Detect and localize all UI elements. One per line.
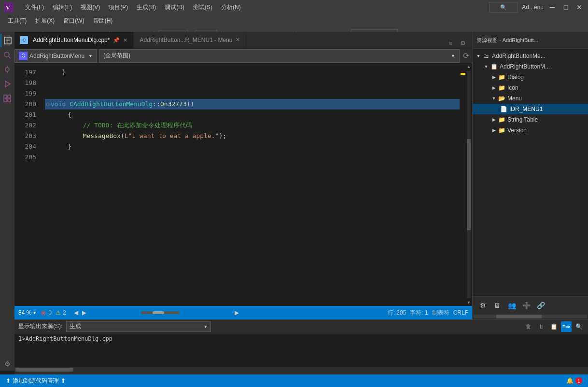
output-clear-button[interactable]: 🗑 xyxy=(523,321,534,332)
pin-icon[interactable]: 📌 xyxy=(112,36,120,44)
code-editor[interactable]: 197 198 199 200 201 202 203 204 205 } xyxy=(14,63,472,306)
tab-cpp-file[interactable]: C AddRightButtonMenuDlg.cpp* 📌 ✕ xyxy=(14,32,134,48)
se-link-button[interactable]: 🔗 xyxy=(534,299,547,312)
sidebar-explorer-icon[interactable] xyxy=(0,34,14,47)
restore-button[interactable]: □ xyxy=(561,2,571,12)
menu-help[interactable]: 帮助(H) xyxy=(89,16,117,26)
scroll-track[interactable] xyxy=(467,71,471,298)
scroll-pos xyxy=(153,311,164,314)
tab-cpp-close[interactable]: ✕ xyxy=(123,37,127,43)
tree-string-label: String Table xyxy=(507,116,538,123)
menu-file[interactable]: 文件(F) xyxy=(21,2,48,13)
tab-menu[interactable]: AddRightButton...R_MENU1 - Menu ✕ xyxy=(134,32,246,48)
right-panel-scrollbar[interactable] xyxy=(473,314,588,319)
search-box[interactable]: 🔍 xyxy=(489,2,518,13)
menu-file-icon: 📄 xyxy=(500,105,507,113)
func-bar-sync-button[interactable]: ⟳ xyxy=(460,50,472,62)
minimize-button[interactable]: ─ xyxy=(547,2,557,12)
tree-icon-label: Icon xyxy=(507,84,518,91)
se-sync-button[interactable]: 👥 xyxy=(505,299,518,312)
right-scroll-track[interactable] xyxy=(474,315,587,318)
close-button[interactable]: ✕ xyxy=(574,2,584,12)
output-pause-button[interactable]: ⏸ xyxy=(536,321,546,332)
sidebar-debug-icon[interactable] xyxy=(0,77,14,91)
right-nav-button[interactable]: ▶ xyxy=(235,309,239,316)
func-bar: C AddRightButtonMenu ▼ (全局范围) ▼ ⟳ xyxy=(14,49,472,63)
menu-folder-icon: 📂 xyxy=(498,95,505,102)
se-add-button[interactable]: ➕ xyxy=(520,299,532,312)
scroll-thumb[interactable] xyxy=(467,139,471,230)
svg-point-12 xyxy=(5,68,9,71)
menu-window[interactable]: 窗口(W) xyxy=(59,16,88,26)
tree-dialog-folder[interactable]: ▶ 📁 Dialog xyxy=(473,72,588,83)
tree-string-folder[interactable]: ▶ 📁 String Table xyxy=(473,114,588,125)
menu-edit[interactable]: 编辑(E) xyxy=(49,2,76,13)
solution-icon: 🗂 xyxy=(482,52,490,60)
h-scroll-thumb[interactable] xyxy=(15,368,73,372)
editor-scrollbar[interactable]: ▲ ▼ xyxy=(465,63,472,306)
code-line-204: } xyxy=(45,141,460,152)
tree-icon-folder[interactable]: ▶ 📁 Icon xyxy=(473,83,588,93)
warning-indicator[interactable]: ⚠ 2 xyxy=(56,309,66,316)
tab-cpp-label: AddRightButtonMenuDlg.cpp* xyxy=(33,37,110,43)
menu-test[interactable]: 测试(S) xyxy=(189,2,216,13)
right-scroll-thumb[interactable] xyxy=(496,315,542,318)
fold-icon-200[interactable]: ▢ xyxy=(45,101,51,107)
menu-project[interactable]: 项目(P) xyxy=(105,2,132,13)
bottom-scrollbar[interactable] xyxy=(14,367,588,373)
tree-dialog-arrow[interactable]: ▶ xyxy=(490,73,498,81)
svg-rect-17 xyxy=(8,95,11,98)
code-content[interactable]: } ▢ void CAddRightButtonMenuDlg::On32773… xyxy=(41,63,460,306)
tab-actions: ≡ ⚙ xyxy=(445,38,472,48)
tree-root[interactable]: ▼ 🗂 AddRightButtonMe... xyxy=(473,51,588,61)
class-selector[interactable]: C AddRightButtonMenu ▼ xyxy=(14,49,97,63)
tree-string-arrow[interactable]: ▶ xyxy=(490,116,498,124)
scroll-up-arrow[interactable]: ▲ xyxy=(465,63,472,70)
output-source-dropdown[interactable]: 生成 ▼ xyxy=(66,321,211,332)
sidebar-search-icon[interactable] xyxy=(0,48,14,62)
menu-build[interactable]: 生成(B) xyxy=(133,2,160,13)
method-selector[interactable]: (全局范围) ▼ xyxy=(99,49,460,63)
tree-menu-arrow[interactable]: ▼ xyxy=(490,95,498,102)
scroll-down-arrow[interactable]: ▼ xyxy=(465,299,472,306)
output-wrap-button[interactable]: ≡⇒ xyxy=(561,321,572,332)
menu-debug[interactable]: 调试(D) xyxy=(161,2,188,13)
sidebar-settings-icon[interactable]: ⚙ xyxy=(0,357,14,371)
tab-menu-close[interactable]: ✕ xyxy=(236,37,240,43)
tree-icon-arrow[interactable]: ▶ xyxy=(490,84,498,92)
svg-text:V: V xyxy=(6,4,10,11)
sidebar-extensions-icon[interactable] xyxy=(0,92,14,105)
menu-extensions[interactable]: 扩展(X) xyxy=(31,16,58,26)
title-bar-right: 🔍 Ad...enu ─ □ ✕ xyxy=(489,2,584,13)
editor-status-bar: 84 % ▼ ⊗ 0 ⚠ 2 ◀ ▶ xyxy=(14,306,472,319)
menu-tools[interactable]: 工具(T) xyxy=(4,16,30,26)
class-icon: C xyxy=(19,52,28,60)
zoom-dropdown[interactable]: 84 % ▼ xyxy=(18,309,37,316)
se-filter-button[interactable]: 🖥 xyxy=(491,299,504,312)
se-properties-button[interactable]: ⚙ xyxy=(476,299,489,312)
window-title: Ad...enu xyxy=(522,4,544,11)
tree-version-arrow[interactable]: ▶ xyxy=(490,126,498,134)
output-find-button[interactable]: 🔍 xyxy=(574,321,584,332)
scroll-bar[interactable] xyxy=(141,311,180,314)
code-line-203: MessageBox(L"I want to eat a apple."); xyxy=(45,131,460,141)
nav-prev-button[interactable]: ◀ xyxy=(74,309,78,316)
tab-settings-button[interactable]: ⚙ xyxy=(458,38,468,48)
source-control-button[interactable]: ⬆ 添加到源代码管理 ⬆ xyxy=(6,377,66,385)
tree-idr-menu1[interactable]: 📄 IDR_MENU1 xyxy=(473,104,588,114)
tree-project[interactable]: ▼ 📋 AddRightButtonM... xyxy=(473,61,588,72)
tab-overflow-button[interactable]: ≡ xyxy=(445,38,456,48)
tree-menu-folder[interactable]: ▼ 📂 Menu xyxy=(473,93,588,104)
bell-icon: 🔔 xyxy=(566,377,574,384)
menu-analyze[interactable]: 分析(N) xyxy=(217,2,245,13)
menu-view[interactable]: 视图(V) xyxy=(77,2,104,13)
output-copy-button[interactable]: 📋 xyxy=(548,321,559,332)
error-indicator[interactable]: ⊗ 0 xyxy=(41,309,52,317)
solution-explorer-toolbar: ⚙ 🖥 👥 ➕ 🔗 xyxy=(473,296,588,314)
nav-next-button[interactable]: ▶ xyxy=(82,309,86,316)
tree-proj-arrow[interactable]: ▼ xyxy=(482,63,490,70)
sidebar-git-icon[interactable] xyxy=(0,63,14,76)
tree-root-arrow[interactable]: ▼ xyxy=(475,52,482,60)
tree-version-folder[interactable]: ▶ 📁 Version xyxy=(473,125,588,136)
bell-button[interactable]: 🔔 1 xyxy=(566,377,582,384)
